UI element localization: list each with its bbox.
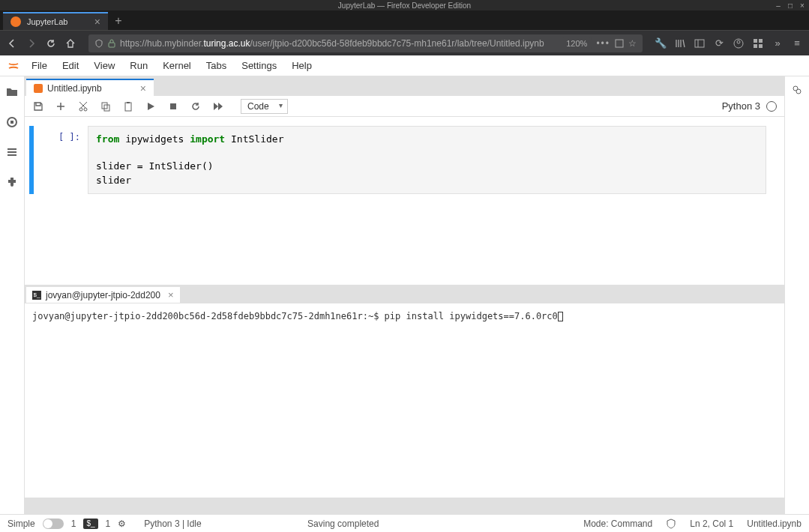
terminal-tab-close-icon[interactable]: × <box>168 289 174 300</box>
menu-file[interactable]: File <box>24 57 55 74</box>
run-all-icon[interactable] <box>212 100 224 112</box>
jupyter-logo-icon[interactable] <box>3 58 24 73</box>
url-host: turing.ac.uk <box>203 38 250 49</box>
status-trust-icon[interactable] <box>666 519 676 529</box>
restart-icon[interactable] <box>190 100 202 112</box>
menu-help[interactable]: Help <box>284 57 319 74</box>
svg-rect-9 <box>754 44 757 48</box>
sidebar-icon[interactable] <box>694 37 706 49</box>
right-sidebar <box>784 76 809 514</box>
terminal-body[interactable]: jovyan@jupyter-jtpio-2dd200bc56d-2d58fde… <box>25 303 784 498</box>
running-icon[interactable] <box>5 115 19 129</box>
paste-icon[interactable] <box>122 100 134 112</box>
svg-rect-12 <box>10 121 13 124</box>
run-icon[interactable] <box>145 100 157 112</box>
minimize-icon[interactable]: – <box>775 1 782 9</box>
menu-run[interactable]: Run <box>122 57 155 74</box>
notebook-tab-close-icon[interactable]: × <box>140 82 146 94</box>
toc-icon[interactable] <box>5 145 19 159</box>
cell-input[interactable]: from ipywidgets import IntSlider slider … <box>88 126 766 194</box>
lock-icon <box>108 39 115 48</box>
reader-icon[interactable] <box>615 39 624 48</box>
svg-point-19 <box>84 108 87 111</box>
browser-tab-active[interactable]: JupyterLab × <box>3 12 108 30</box>
browser-tab-title: JupyterLab <box>27 17 67 26</box>
svg-rect-23 <box>127 102 130 103</box>
kernel-name: Python 3 <box>722 100 760 112</box>
terminal-tab[interactable]: $_ jovyan@jupyter-jtpio-2dd200 × <box>26 286 180 303</box>
menu-settings[interactable]: Settings <box>234 57 284 74</box>
svg-rect-24 <box>170 103 176 109</box>
status-lsp-icon[interactable]: ⚙ <box>118 519 126 529</box>
status-terminal-pill[interactable]: $_ <box>83 519 97 529</box>
celltype-select[interactable]: Code <box>241 99 288 114</box>
code-cell[interactable]: [ ]: from ipywidgets import IntSlider sl… <box>29 126 780 194</box>
status-filename[interactable]: Untitled.ipynb <box>747 519 802 529</box>
devtools-icon[interactable]: 🔧 <box>655 37 667 49</box>
url-path: /user/jtpio-d200bc56d-58fdeb9bbdc7c75-mh… <box>250 38 544 49</box>
jl-shell: Untitled.ipynb × Code Python 3 <box>0 76 809 514</box>
jupyter-favicon-icon <box>10 16 21 27</box>
notebook-body[interactable]: [ ]: from ipywidgets import IntSlider sl… <box>25 117 784 285</box>
overflow-icon[interactable]: » <box>772 37 784 49</box>
maximize-icon[interactable]: □ <box>787 1 794 9</box>
bookmark-icon[interactable]: ☆ <box>628 38 637 49</box>
folder-icon[interactable] <box>5 85 19 99</box>
svg-rect-2 <box>616 40 623 47</box>
cell-collapser[interactable] <box>29 126 34 194</box>
zoom-badge[interactable]: 120% <box>562 37 592 49</box>
stop-icon[interactable] <box>167 100 179 112</box>
status-open-count: 1 <box>71 519 76 529</box>
status-simple-label: Simple <box>7 519 35 529</box>
menu-tabs[interactable]: Tabs <box>199 57 234 74</box>
copy-icon[interactable] <box>100 100 112 112</box>
status-kernel[interactable]: Python 3 | Idle <box>144 519 202 529</box>
url-bar[interactable]: https://hub.mybinder.turing.ac.uk/user/j… <box>88 34 643 52</box>
back-icon[interactable] <box>6 37 18 49</box>
svg-point-0 <box>12 18 19 25</box>
library-icon[interactable] <box>674 37 686 49</box>
close-window-icon[interactable]: × <box>799 1 806 9</box>
status-mode[interactable]: Mode: Command <box>583 519 652 529</box>
terminal-cursor <box>558 312 563 321</box>
kernel-indicator[interactable]: Python 3 <box>722 100 777 112</box>
terminal-icon: $_ <box>32 291 41 300</box>
left-sidebar <box>0 76 25 514</box>
menu-edit[interactable]: Edit <box>55 57 86 74</box>
status-saving: Saving completed <box>307 519 379 529</box>
svg-rect-7 <box>754 39 757 43</box>
shield-icon <box>94 39 103 48</box>
menu-icon[interactable]: ≡ <box>791 37 803 49</box>
extensions-icon[interactable] <box>5 175 19 189</box>
os-titlebar: JupyterLab — Firefox Developer Edition –… <box>0 0 809 10</box>
property-inspector-icon[interactable] <box>791 84 803 96</box>
tab-close-icon[interactable]: × <box>94 16 100 28</box>
grid-icon[interactable] <box>752 37 764 49</box>
kernel-status-icon <box>766 101 777 112</box>
svg-point-26 <box>796 89 801 94</box>
cell-prompt: [ ]: <box>35 126 88 194</box>
status-term-count: 1 <box>106 519 111 529</box>
save-icon[interactable] <box>32 100 44 112</box>
sync-icon[interactable]: ⟳ <box>713 37 725 49</box>
menu-view[interactable]: View <box>86 57 122 74</box>
notebook-tab[interactable]: Untitled.ipynb × <box>26 79 154 96</box>
cut-icon[interactable] <box>77 100 89 112</box>
home-icon[interactable] <box>64 37 76 49</box>
more-icon[interactable]: ••• <box>596 38 610 49</box>
new-tab-button[interactable]: + <box>108 12 129 30</box>
url-prefix: https://hub.mybinder. <box>120 38 203 49</box>
svg-rect-10 <box>759 44 763 48</box>
terminal-prompt: jovyan@jupyter-jtpio-2dd200bc56d-2d58fde… <box>32 311 385 321</box>
simple-toggle[interactable] <box>43 519 64 529</box>
menu-kernel[interactable]: Kernel <box>155 57 199 74</box>
forward-icon[interactable] <box>25 37 37 49</box>
reload-icon[interactable] <box>45 37 57 49</box>
svg-rect-1 <box>109 43 115 47</box>
account-icon[interactable] <box>733 37 745 49</box>
svg-point-6 <box>737 40 740 43</box>
status-cursor[interactable]: Ln 2, Col 1 <box>690 519 733 529</box>
browser-toolbar: https://hub.mybinder.turing.ac.uk/user/j… <box>0 30 809 55</box>
add-cell-icon[interactable] <box>55 100 67 112</box>
terminal-tabstrip: $_ jovyan@jupyter-jtpio-2dd200 × <box>25 285 784 303</box>
